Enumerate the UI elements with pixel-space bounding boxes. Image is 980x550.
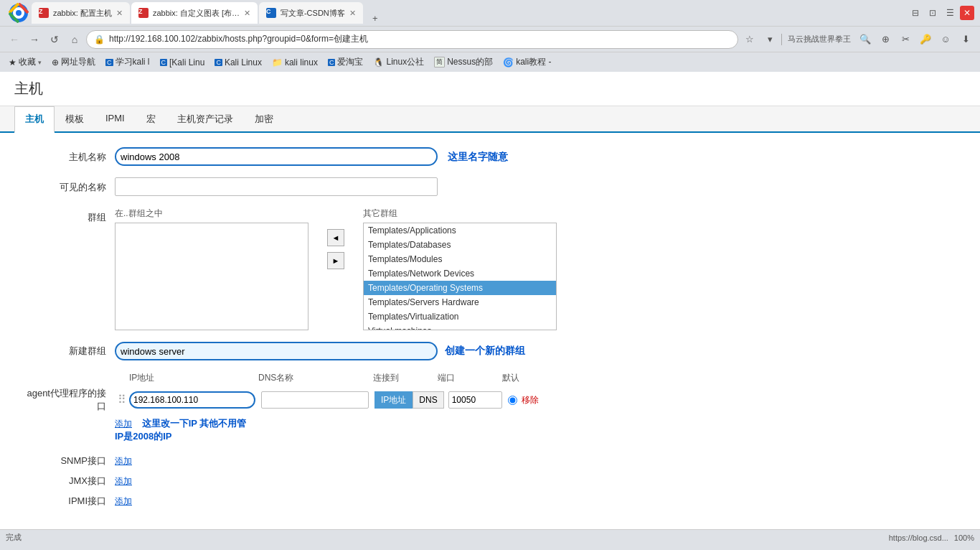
bookmark-linux[interactable]: 🐧 Linux公社 [370,55,427,70]
jmx-add-link[interactable]: 添加 [115,475,132,488]
hostname-input[interactable] [115,147,438,166]
tab-template[interactable]: 模板 [55,106,95,133]
star-drop[interactable]: ▾ [761,31,778,48]
tab2-label: zabbix: 自定义图表 [布… [153,8,240,19]
drag-handle[interactable]: ⠿ [115,394,129,406]
kali-tut-icon: 🌀 [503,57,514,67]
tab-ipmi[interactable]: IPMI [95,106,136,133]
taobao-icon: C [328,59,336,66]
tab-encrypt[interactable]: 加密 [244,106,284,133]
new-group-input[interactable] [115,342,438,360]
bookmark-button[interactable]: ⊕ [877,31,894,48]
snmp-add-link[interactable]: 添加 [115,455,132,467]
group-item-0[interactable]: Templates/Applications [364,223,556,238]
tab-1[interactable]: Z zabbix: 配置主机 ✕ [32,2,130,24]
in-groups-listbox[interactable] [115,223,308,330]
kali3-icon: C [215,59,222,66]
new-tab-button[interactable]: + [364,13,386,24]
group-item-5[interactable]: Templates/Servers Hardware [364,295,556,309]
key-button[interactable]: 🔑 [917,31,934,48]
search-button[interactable]: 🔍 [857,31,874,48]
bookmark-kali1[interactable]: C 学习kali l [103,55,153,70]
bookmark-nessus[interactable]: 简 Nessus的部 [431,55,496,70]
settings-button[interactable]: ☰ [943,6,957,20]
bookmarks-bar: ★ 收藏 ▾ ⊕ 网址导航 C 学习kali l C [Kali Linu C … [0,52,980,72]
ipmi-iface-row: IPMI接口 添加 [22,495,958,508]
tab-host[interactable]: 主机 [14,106,55,133]
move-left-button[interactable]: ◄ [327,229,344,246]
group-item-3[interactable]: Templates/Network Devices [364,266,556,281]
tab3-icon: C [266,8,276,18]
connect-ip-button[interactable]: IP地址 [374,391,413,409]
bookmark-nav[interactable]: ⊕ 网址导航 [49,55,98,70]
other-groups-listbox[interactable]: Templates/Applications Templates/Databas… [363,223,557,330]
visible-name-input[interactable] [115,177,438,196]
in-groups-title: 在..群组之中 [115,208,308,220]
tab2-close[interactable]: ✕ [244,9,250,18]
default-radio[interactable] [508,396,517,405]
agent-port-input[interactable] [448,391,502,409]
search-user: 马云挑战世界拳王 [785,31,854,48]
nessus-icon: 简 [434,57,445,67]
bookmark-kali-linux[interactable]: 📁 kali linux [269,56,321,69]
download-button[interactable]: ⬇ [957,31,974,48]
remove-link[interactable]: 移除 [522,394,539,406]
refresh-button[interactable]: ↺ [46,31,63,48]
nav-actions: ☆ ▾ 马云挑战世界拳王 🔍 ⊕ ✂ 🔑 ☺ ⬇ [741,31,974,48]
group-item-4[interactable]: Templates/Operating Systems [364,281,556,295]
new-group-label: 新建群组 [22,345,115,358]
tab3-label: 写文章-CSDN博客 [281,8,345,19]
linux-icon: 🐧 [373,57,384,67]
bookmark-kali-tut[interactable]: 🌀 kali教程 - [500,55,554,70]
move-right-button[interactable]: ► [327,252,344,269]
minimize-button[interactable]: ⊟ [908,6,923,20]
back-button[interactable]: ← [6,31,23,48]
bookmark-kali2[interactable]: C [Kali Linu [157,56,208,69]
bookmark-favorites[interactable]: ★ 收藏 ▾ [6,55,44,70]
star-icon: ★ [9,57,17,67]
col-dns-label: DNS名称 [258,372,373,384]
bookmark-kali3[interactable]: C Kali Linux [212,56,265,69]
svg-point-2 [16,10,22,16]
forward-button[interactable]: → [26,31,43,48]
title-bar: Z zabbix: 配置主机 ✕ Z zabbix: 自定义图表 [布… ✕ C… [0,0,980,26]
home-button[interactable]: ⌂ [66,31,83,48]
add-link-container: 添加 这里改一下IP 其他不用管IP是2008的IP [22,417,958,443]
agent-ip-input[interactable] [129,391,255,409]
tab3-close[interactable]: ✕ [349,9,356,18]
connect-dns-button[interactable]: DNS [413,391,443,409]
hostname-field: 这里名字随意 [115,147,958,166]
group-item-6[interactable]: Templates/Virtualization [364,309,556,324]
url-text: http://192.168.100.102/zabbix/hosts.php?… [109,33,730,45]
interface-header: IP地址 DNS名称 连接到 端口 默认 [22,372,958,384]
address-bar[interactable]: 🔒 http://192.168.100.102/zabbix/hosts.ph… [86,30,738,49]
separator [781,34,782,45]
visible-name-row: 可见的名称 [22,177,958,196]
tab-3[interactable]: C 写文章-CSDN博客 ✕ [259,2,363,24]
ipmi-add-link[interactable]: 添加 [115,495,132,508]
tools-button[interactable]: ✂ [897,31,914,48]
bookmark-taobao[interactable]: C 爱淘宝 [325,55,367,70]
bookmark-kali-linux-label: kali linux [285,57,318,67]
globe-icon: ⊕ [52,57,59,67]
tab-asset[interactable]: 主机资产记录 [166,106,244,133]
tab1-close[interactable]: ✕ [116,9,123,18]
group-item-2[interactable]: Templates/Modules [364,252,556,266]
page-tabs: 主机 模板 IPMI 宏 主机资产记录 加密 [0,106,980,133]
hostname-row: 主机名称 这里名字随意 [22,147,958,166]
tab2-icon: Z [138,8,149,18]
hostname-annotation: 这里名字随意 [448,151,508,162]
group-item-1[interactable]: Templates/Databases [364,238,556,252]
tab-macro[interactable]: 宏 [136,106,166,133]
group-item-7[interactable]: Virtual machines [364,324,556,330]
in-groups-section: 在..群组之中 [115,208,308,330]
agent-dns-input[interactable] [261,391,369,409]
tab-2[interactable]: Z zabbix: 自定义图表 [布… ✕ [131,2,258,24]
maximize-button[interactable]: ⊡ [925,6,940,20]
close-button[interactable]: ✕ [960,6,974,20]
drop-icon: ▾ [38,59,42,66]
star-button[interactable]: ☆ [741,31,758,48]
emoji-button[interactable]: ☺ [937,31,954,48]
bookmark-linux-label: Linux公社 [386,56,424,68]
agent-add-link[interactable]: 添加 [115,419,132,429]
